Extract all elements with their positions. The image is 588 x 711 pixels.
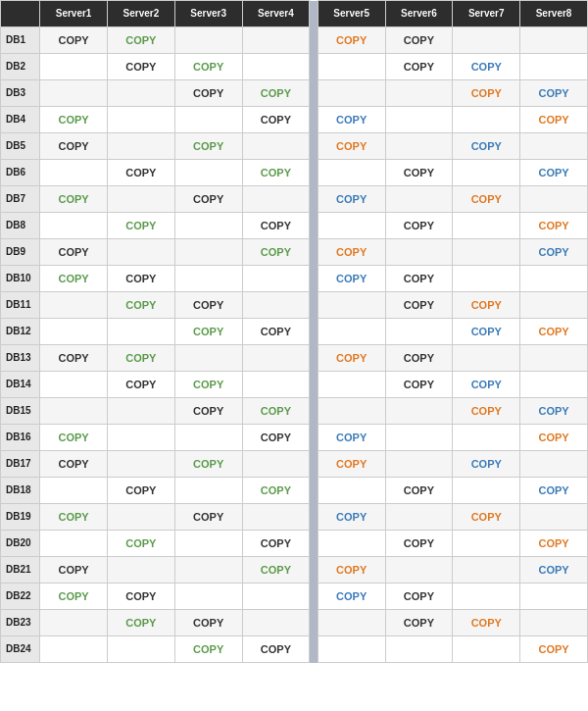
copy-cell[interactable] bbox=[174, 27, 242, 54]
copy-cell[interactable] bbox=[40, 398, 108, 425]
copy-cell[interactable] bbox=[242, 372, 310, 398]
copy-cell[interactable] bbox=[520, 266, 588, 292]
copy-cell[interactable] bbox=[40, 80, 108, 107]
copy-cell[interactable] bbox=[242, 133, 310, 160]
copy-cell[interactable]: COPY bbox=[174, 451, 242, 478]
copy-cell[interactable]: COPY bbox=[107, 54, 174, 80]
copy-cell[interactable] bbox=[40, 372, 108, 398]
copy-cell[interactable] bbox=[174, 239, 242, 266]
copy-cell[interactable] bbox=[318, 80, 385, 107]
copy-cell[interactable]: COPY bbox=[453, 610, 520, 636]
copy-cell[interactable] bbox=[520, 372, 588, 398]
copy-cell[interactable] bbox=[174, 478, 242, 504]
copy-cell[interactable]: COPY bbox=[453, 504, 520, 531]
copy-cell[interactable] bbox=[40, 213, 108, 239]
copy-cell[interactable] bbox=[520, 610, 588, 636]
copy-cell[interactable]: COPY bbox=[40, 266, 108, 292]
copy-cell[interactable] bbox=[520, 186, 588, 213]
copy-cell[interactable] bbox=[174, 160, 242, 186]
copy-cell[interactable] bbox=[520, 292, 588, 319]
copy-cell[interactable]: COPY bbox=[520, 80, 588, 107]
copy-cell[interactable] bbox=[242, 266, 310, 292]
copy-cell[interactable] bbox=[385, 107, 453, 133]
copy-cell[interactable] bbox=[318, 372, 385, 398]
copy-cell[interactable] bbox=[107, 319, 174, 345]
copy-cell[interactable]: COPY bbox=[242, 557, 310, 584]
copy-cell[interactable]: COPY bbox=[107, 478, 174, 504]
copy-cell[interactable] bbox=[174, 425, 242, 451]
copy-cell[interactable]: COPY bbox=[40, 557, 108, 584]
copy-cell[interactable] bbox=[40, 292, 108, 319]
copy-cell[interactable] bbox=[453, 557, 520, 584]
copy-cell[interactable]: COPY bbox=[453, 451, 520, 478]
copy-cell[interactable]: COPY bbox=[107, 531, 174, 557]
copy-cell[interactable]: COPY bbox=[40, 451, 108, 478]
copy-cell[interactable] bbox=[385, 504, 453, 531]
copy-cell[interactable] bbox=[385, 80, 453, 107]
copy-cell[interactable]: COPY bbox=[242, 478, 310, 504]
copy-cell[interactable] bbox=[40, 610, 108, 636]
copy-cell[interactable] bbox=[385, 186, 453, 213]
copy-cell[interactable] bbox=[107, 636, 174, 663]
copy-cell[interactable]: COPY bbox=[174, 636, 242, 663]
copy-cell[interactable]: COPY bbox=[40, 239, 108, 266]
copy-cell[interactable] bbox=[174, 266, 242, 292]
copy-cell[interactable] bbox=[453, 107, 520, 133]
copy-cell[interactable] bbox=[242, 27, 310, 54]
copy-cell[interactable]: COPY bbox=[242, 239, 310, 266]
copy-cell[interactable]: COPY bbox=[107, 610, 174, 636]
copy-cell[interactable]: COPY bbox=[40, 584, 108, 610]
copy-cell[interactable]: COPY bbox=[107, 266, 174, 292]
copy-cell[interactable]: COPY bbox=[520, 557, 588, 584]
copy-cell[interactable]: COPY bbox=[318, 27, 385, 54]
copy-cell[interactable]: COPY bbox=[453, 133, 520, 160]
copy-cell[interactable]: COPY bbox=[520, 319, 588, 345]
copy-cell[interactable]: COPY bbox=[453, 398, 520, 425]
copy-cell[interactable] bbox=[385, 398, 453, 425]
copy-cell[interactable] bbox=[40, 54, 108, 80]
copy-cell[interactable] bbox=[318, 636, 385, 663]
copy-cell[interactable]: COPY bbox=[385, 292, 453, 319]
copy-cell[interactable]: COPY bbox=[174, 80, 242, 107]
copy-cell[interactable]: COPY bbox=[318, 345, 385, 372]
copy-cell[interactable]: COPY bbox=[174, 610, 242, 636]
copy-cell[interactable] bbox=[318, 54, 385, 80]
copy-cell[interactable] bbox=[453, 636, 520, 663]
copy-cell[interactable]: COPY bbox=[385, 584, 453, 610]
copy-cell[interactable] bbox=[107, 107, 174, 133]
copy-cell[interactable]: COPY bbox=[453, 54, 520, 80]
copy-cell[interactable] bbox=[453, 478, 520, 504]
copy-cell[interactable] bbox=[453, 425, 520, 451]
copy-cell[interactable]: COPY bbox=[318, 266, 385, 292]
copy-cell[interactable]: COPY bbox=[40, 186, 108, 213]
copy-cell[interactable]: COPY bbox=[318, 239, 385, 266]
copy-cell[interactable] bbox=[520, 345, 588, 372]
copy-cell[interactable] bbox=[385, 451, 453, 478]
copy-cell[interactable]: COPY bbox=[107, 160, 174, 186]
copy-cell[interactable] bbox=[385, 425, 453, 451]
copy-cell[interactable] bbox=[385, 133, 453, 160]
copy-cell[interactable] bbox=[453, 239, 520, 266]
copy-cell[interactable] bbox=[318, 319, 385, 345]
copy-cell[interactable] bbox=[385, 557, 453, 584]
copy-cell[interactable]: COPY bbox=[174, 504, 242, 531]
copy-cell[interactable]: COPY bbox=[242, 107, 310, 133]
copy-cell[interactable] bbox=[520, 133, 588, 160]
copy-cell[interactable] bbox=[520, 54, 588, 80]
copy-cell[interactable]: COPY bbox=[40, 107, 108, 133]
copy-cell[interactable]: COPY bbox=[318, 557, 385, 584]
copy-cell[interactable]: COPY bbox=[174, 398, 242, 425]
copy-cell[interactable] bbox=[242, 610, 310, 636]
copy-cell[interactable]: COPY bbox=[242, 80, 310, 107]
copy-cell[interactable]: COPY bbox=[385, 213, 453, 239]
copy-cell[interactable] bbox=[453, 213, 520, 239]
copy-cell[interactable]: COPY bbox=[520, 636, 588, 663]
copy-cell[interactable] bbox=[318, 398, 385, 425]
copy-cell[interactable]: COPY bbox=[385, 478, 453, 504]
copy-cell[interactable] bbox=[318, 478, 385, 504]
copy-cell[interactable]: COPY bbox=[385, 345, 453, 372]
copy-cell[interactable] bbox=[453, 266, 520, 292]
copy-cell[interactable] bbox=[107, 239, 174, 266]
copy-cell[interactable] bbox=[107, 186, 174, 213]
copy-cell[interactable]: COPY bbox=[174, 133, 242, 160]
